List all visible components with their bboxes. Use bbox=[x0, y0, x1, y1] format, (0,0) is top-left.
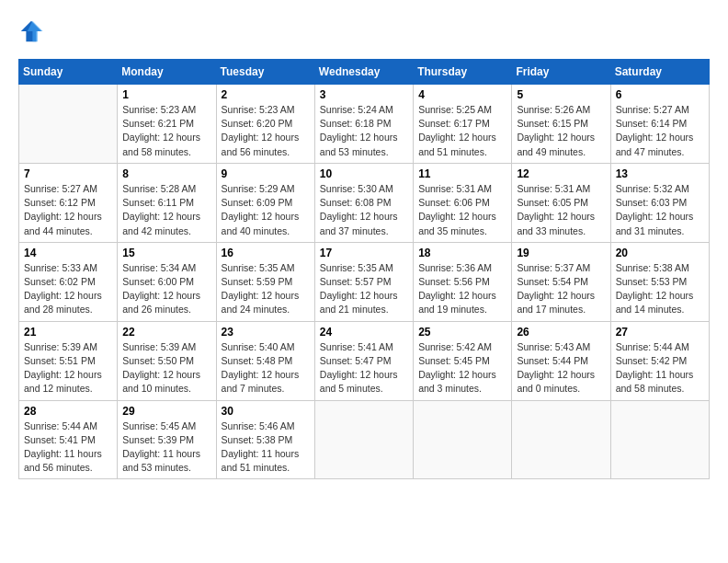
day-number: 27 bbox=[616, 326, 704, 339]
day-number: 5 bbox=[517, 88, 605, 101]
day-info: Sunrise: 5:30 AM Sunset: 6:08 PM Dayligh… bbox=[320, 182, 408, 238]
day-number: 15 bbox=[122, 247, 210, 259]
calendar-cell: 12Sunrise: 5:31 AM Sunset: 6:05 PM Dayli… bbox=[512, 163, 610, 242]
day-number: 23 bbox=[222, 326, 310, 339]
day-info: Sunrise: 5:31 AM Sunset: 6:06 PM Dayligh… bbox=[418, 182, 506, 238]
weekday-header-monday: Monday bbox=[118, 60, 216, 85]
day-info: Sunrise: 5:37 AM Sunset: 5:54 PM Dayligh… bbox=[517, 261, 605, 317]
calendar-cell bbox=[314, 400, 413, 479]
day-number: 14 bbox=[24, 247, 112, 259]
day-info: Sunrise: 5:39 AM Sunset: 5:50 PM Dayligh… bbox=[122, 340, 210, 396]
day-number: 17 bbox=[320, 247, 408, 259]
calendar-cell: 30Sunrise: 5:46 AM Sunset: 5:38 PM Dayli… bbox=[216, 400, 314, 479]
calendar-cell: 3Sunrise: 5:24 AM Sunset: 6:18 PM Daylig… bbox=[314, 85, 413, 164]
day-number: 21 bbox=[24, 326, 112, 339]
weekday-header-thursday: Thursday bbox=[414, 60, 512, 85]
day-info: Sunrise: 5:34 AM Sunset: 6:00 PM Dayligh… bbox=[122, 261, 210, 317]
calendar-week-1: 1Sunrise: 5:23 AM Sunset: 6:21 PM Daylig… bbox=[19, 85, 710, 164]
calendar-cell bbox=[610, 400, 709, 479]
weekday-header-saturday: Saturday bbox=[610, 60, 709, 85]
calendar-cell: 18Sunrise: 5:36 AM Sunset: 5:56 PM Dayli… bbox=[414, 242, 512, 321]
day-info: Sunrise: 5:35 AM Sunset: 5:59 PM Dayligh… bbox=[222, 261, 310, 317]
day-number: 11 bbox=[418, 167, 506, 180]
day-number: 2 bbox=[222, 88, 310, 101]
weekday-header-tuesday: Tuesday bbox=[216, 60, 314, 85]
day-number: 16 bbox=[222, 247, 310, 259]
calendar-cell: 22Sunrise: 5:39 AM Sunset: 5:50 PM Dayli… bbox=[118, 321, 216, 400]
day-number: 30 bbox=[222, 405, 310, 418]
day-info: Sunrise: 5:23 AM Sunset: 6:21 PM Dayligh… bbox=[122, 103, 210, 159]
day-info: Sunrise: 5:36 AM Sunset: 5:56 PM Dayligh… bbox=[418, 261, 506, 317]
day-number: 3 bbox=[320, 88, 408, 101]
day-info: Sunrise: 5:24 AM Sunset: 6:18 PM Dayligh… bbox=[320, 103, 408, 159]
calendar-cell: 8Sunrise: 5:28 AM Sunset: 6:11 PM Daylig… bbox=[118, 163, 216, 242]
day-info: Sunrise: 5:29 AM Sunset: 6:09 PM Dayligh… bbox=[222, 182, 310, 238]
day-number: 8 bbox=[122, 167, 210, 180]
page-header bbox=[18, 18, 710, 44]
calendar-week-3: 14Sunrise: 5:33 AM Sunset: 6:02 PM Dayli… bbox=[19, 242, 710, 321]
day-number: 20 bbox=[616, 247, 704, 259]
calendar-cell: 16Sunrise: 5:35 AM Sunset: 5:59 PM Dayli… bbox=[216, 242, 314, 321]
calendar-cell: 7Sunrise: 5:27 AM Sunset: 6:12 PM Daylig… bbox=[19, 163, 118, 242]
calendar-cell: 27Sunrise: 5:44 AM Sunset: 5:42 PM Dayli… bbox=[610, 321, 709, 400]
day-number: 29 bbox=[122, 405, 210, 418]
day-info: Sunrise: 5:43 AM Sunset: 5:44 PM Dayligh… bbox=[517, 340, 605, 396]
calendar-cell: 20Sunrise: 5:38 AM Sunset: 5:53 PM Dayli… bbox=[610, 242, 709, 321]
day-number: 25 bbox=[418, 326, 506, 339]
weekday-header-wednesday: Wednesday bbox=[314, 60, 413, 85]
calendar-cell: 6Sunrise: 5:27 AM Sunset: 6:14 PM Daylig… bbox=[610, 85, 709, 164]
day-number: 7 bbox=[24, 167, 112, 180]
day-info: Sunrise: 5:44 AM Sunset: 5:41 PM Dayligh… bbox=[24, 419, 112, 476]
weekday-header-sunday: Sunday bbox=[19, 60, 118, 85]
calendar-header: SundayMondayTuesdayWednesdayThursdayFrid… bbox=[19, 60, 710, 85]
day-info: Sunrise: 5:25 AM Sunset: 6:17 PM Dayligh… bbox=[418, 103, 506, 159]
calendar-cell: 14Sunrise: 5:33 AM Sunset: 6:02 PM Dayli… bbox=[19, 242, 118, 321]
calendar-cell: 5Sunrise: 5:26 AM Sunset: 6:15 PM Daylig… bbox=[512, 85, 610, 164]
day-number: 22 bbox=[122, 326, 210, 339]
day-number: 18 bbox=[418, 247, 506, 259]
calendar-cell: 4Sunrise: 5:25 AM Sunset: 6:17 PM Daylig… bbox=[414, 85, 512, 164]
day-info: Sunrise: 5:32 AM Sunset: 6:03 PM Dayligh… bbox=[616, 182, 704, 238]
calendar-week-2: 7Sunrise: 5:27 AM Sunset: 6:12 PM Daylig… bbox=[19, 163, 710, 242]
calendar-cell: 24Sunrise: 5:41 AM Sunset: 5:47 PM Dayli… bbox=[314, 321, 413, 400]
day-info: Sunrise: 5:33 AM Sunset: 6:02 PM Dayligh… bbox=[24, 261, 112, 317]
calendar-table: SundayMondayTuesdayWednesdayThursdayFrid… bbox=[18, 59, 710, 479]
calendar-cell: 26Sunrise: 5:43 AM Sunset: 5:44 PM Dayli… bbox=[512, 321, 610, 400]
calendar-cell: 13Sunrise: 5:32 AM Sunset: 6:03 PM Dayli… bbox=[610, 163, 709, 242]
day-number: 12 bbox=[517, 167, 605, 180]
day-number: 9 bbox=[222, 167, 310, 180]
day-info: Sunrise: 5:41 AM Sunset: 5:47 PM Dayligh… bbox=[320, 340, 408, 396]
day-info: Sunrise: 5:39 AM Sunset: 5:51 PM Dayligh… bbox=[24, 340, 112, 396]
calendar-cell: 29Sunrise: 5:45 AM Sunset: 5:39 PM Dayli… bbox=[118, 400, 216, 479]
calendar-cell: 11Sunrise: 5:31 AM Sunset: 6:06 PM Dayli… bbox=[414, 163, 512, 242]
calendar-cell: 25Sunrise: 5:42 AM Sunset: 5:45 PM Dayli… bbox=[414, 321, 512, 400]
day-info: Sunrise: 5:46 AM Sunset: 5:38 PM Dayligh… bbox=[222, 419, 310, 476]
day-info: Sunrise: 5:27 AM Sunset: 6:12 PM Dayligh… bbox=[24, 182, 112, 238]
day-number: 10 bbox=[320, 167, 408, 180]
calendar-cell: 1Sunrise: 5:23 AM Sunset: 6:21 PM Daylig… bbox=[118, 85, 216, 164]
calendar-cell: 2Sunrise: 5:23 AM Sunset: 6:20 PM Daylig… bbox=[216, 85, 314, 164]
calendar-cell: 28Sunrise: 5:44 AM Sunset: 5:41 PM Dayli… bbox=[19, 400, 118, 479]
logo-icon bbox=[18, 18, 44, 44]
day-info: Sunrise: 5:35 AM Sunset: 5:57 PM Dayligh… bbox=[320, 261, 408, 317]
calendar-cell bbox=[19, 85, 118, 164]
calendar-week-5: 28Sunrise: 5:44 AM Sunset: 5:41 PM Dayli… bbox=[19, 400, 710, 479]
day-info: Sunrise: 5:44 AM Sunset: 5:42 PM Dayligh… bbox=[616, 340, 704, 396]
day-number: 1 bbox=[122, 88, 210, 101]
day-number: 6 bbox=[616, 88, 704, 101]
logo bbox=[18, 18, 48, 44]
day-number: 4 bbox=[418, 88, 506, 101]
calendar-cell: 21Sunrise: 5:39 AM Sunset: 5:51 PM Dayli… bbox=[19, 321, 118, 400]
weekday-header-friday: Friday bbox=[512, 60, 610, 85]
day-number: 28 bbox=[24, 405, 112, 418]
day-info: Sunrise: 5:38 AM Sunset: 5:53 PM Dayligh… bbox=[616, 261, 704, 317]
calendar-cell bbox=[512, 400, 610, 479]
day-info: Sunrise: 5:42 AM Sunset: 5:45 PM Dayligh… bbox=[418, 340, 506, 396]
day-info: Sunrise: 5:26 AM Sunset: 6:15 PM Dayligh… bbox=[517, 103, 605, 159]
day-info: Sunrise: 5:45 AM Sunset: 5:39 PM Dayligh… bbox=[122, 419, 210, 476]
calendar-cell: 23Sunrise: 5:40 AM Sunset: 5:48 PM Dayli… bbox=[216, 321, 314, 400]
calendar-cell: 19Sunrise: 5:37 AM Sunset: 5:54 PM Dayli… bbox=[512, 242, 610, 321]
day-info: Sunrise: 5:40 AM Sunset: 5:48 PM Dayligh… bbox=[222, 340, 310, 396]
day-info: Sunrise: 5:23 AM Sunset: 6:20 PM Dayligh… bbox=[222, 103, 310, 159]
calendar-week-4: 21Sunrise: 5:39 AM Sunset: 5:51 PM Dayli… bbox=[19, 321, 710, 400]
